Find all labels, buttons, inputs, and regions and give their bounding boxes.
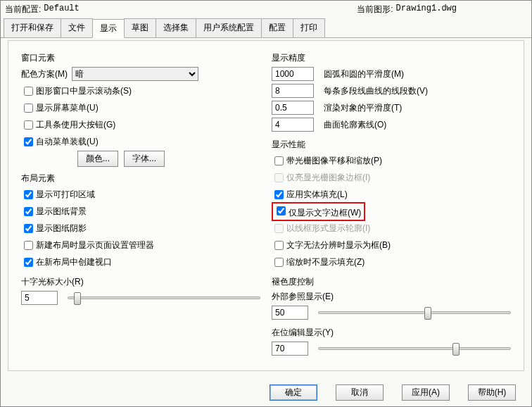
crosshair-slider[interactable] [68,296,260,299]
page-setup-label: 新建布局时显示页面设置管理器 [36,239,154,251]
no-zoom-fill-checkbox[interactable] [274,258,284,267]
raster-pan-checkbox[interactable] [274,156,284,165]
dialog-footer: 确定 取消 应用(A) 帮助(H) [270,384,521,401]
poly-seg-input[interactable] [272,84,314,98]
current-config-label: 当前配置: [5,4,41,15]
xref-fade-slider[interactable] [318,311,511,314]
xref-fade-label: 外部参照显示(E) [272,291,511,303]
group-title: 窗口元素 [21,52,260,64]
group-title: 显示精度 [272,52,511,64]
text-frame-checkbox[interactable] [277,206,286,215]
group-title: 褪色度控制 [272,276,511,288]
apply-button[interactable]: 应用(A) [402,384,450,401]
poly-seg-label: 每条多段线曲线的线段数(V) [324,85,428,97]
auto-menu-label: 自动菜单装载(U) [36,136,99,148]
auto-menu-checkbox[interactable] [24,137,33,146]
tab-drafting[interactable]: 草图 [124,18,156,37]
group-layout-elements: 布局元素 显示可打印区域 显示图纸背景 显示图纸阴影 新建布局时显示页面设置管理… [21,173,260,269]
render-smooth-input[interactable] [272,101,314,115]
color-scheme-label: 配色方案(M) [21,68,68,80]
tab-bar: 打开和保存 文件 显示 草图 选择集 用户系统配置 配置 打印 [1,18,531,38]
big-buttons-label: 工具条使用大按钮(G) [36,119,115,131]
create-viewport-label: 在新布局中创建视口 [36,256,112,268]
printable-area-checkbox[interactable] [24,190,33,199]
tab-open-save[interactable]: 打开和保存 [4,18,61,37]
tab-content-display: 窗口元素 配色方案(M) 暗 图形窗口中显示滚动条(S) 显示屏幕菜单(U) 工… [8,40,524,371]
arc-smooth-label: 圆弧和圆的平滑度(M) [324,68,404,80]
no-resolve-checkbox[interactable] [274,241,284,250]
fonts-button[interactable]: 字体... [124,151,165,167]
raster-pan-label: 带光栅图像平移和缩放(P) [286,155,382,167]
no-zoom-fill-label: 缩放时不显示填充(Z) [286,256,365,268]
solid-fill-label: 应用实体填充(L) [286,189,348,201]
paper-bg-label: 显示图纸背景 [36,206,87,218]
wireframe-checkbox [274,224,284,233]
group-title: 布局元素 [21,173,260,184]
ok-button[interactable]: 确定 [270,384,317,401]
group-display-performance: 显示性能 带光栅图像平移和缩放(P) 仅亮显光栅图象边框(I) 应用实体填充(L… [272,139,511,269]
current-drawing-value: Drawing1.dwg [396,4,457,15]
scrollbars-label: 图形窗口中显示滚动条(S) [36,85,132,97]
group-fade-control: 褪色度控制 外部参照显示(E) 在位编辑显示(Y) [272,276,511,356]
printable-area-label: 显示可打印区域 [36,189,95,201]
right-column: 显示精度 圆弧和圆的平滑度(M) 每条多段线曲线的线段数(V) 渲染对象的平滑度… [266,48,517,363]
tab-files[interactable]: 文件 [61,18,93,37]
tab-selection[interactable]: 选择集 [156,18,196,37]
group-window-elements: 窗口元素 配色方案(M) 暗 图形窗口中显示滚动条(S) 显示屏幕菜单(U) 工… [21,52,260,165]
tab-user-prefs[interactable]: 用户系统配置 [196,18,262,37]
cancel-button[interactable]: 取消 [336,384,384,401]
left-column: 窗口元素 配色方案(M) 暗 图形窗口中显示滚动条(S) 显示屏幕菜单(U) 工… [15,48,266,363]
inplace-fade-input[interactable] [272,342,308,356]
surface-contour-input[interactable] [272,118,314,132]
big-buttons-checkbox[interactable] [24,120,33,130]
color-scheme-combo[interactable]: 暗 [72,67,198,81]
crosshair-title: 十字光标大小(R) [21,276,260,288]
scrollbars-checkbox[interactable] [24,87,33,96]
current-config-value: Default [44,4,79,15]
group-title: 显示性能 [272,139,511,151]
options-dialog: 当前配置: Default 当前图形: Drawing1.dwg 打开和保存 文… [0,0,532,407]
screen-menu-label: 显示屏幕菜单(U) [36,102,99,114]
tab-plot[interactable]: 打印 [293,18,325,37]
inplace-fade-slider[interactable] [318,347,511,350]
tab-profiles[interactable]: 配置 [261,18,293,37]
group-crosshair: 十字光标大小(R) [21,276,260,305]
help-button[interactable]: 帮助(H) [468,384,516,401]
arc-smooth-input[interactable] [272,67,314,81]
colors-button[interactable]: 颜色... [77,151,118,167]
no-resolve-label: 文字无法分辨时显示为框(B) [286,239,391,251]
current-drawing-label: 当前图形: [357,4,393,15]
xref-fade-input[interactable] [272,306,308,320]
paper-bg-checkbox[interactable] [24,207,33,216]
render-smooth-label: 渲染对象的平滑度(T) [324,102,402,114]
text-frame-label: 仅显示文字边框(W) [289,208,361,218]
paper-shadow-label: 显示图纸阴影 [36,223,87,234]
surface-contour-label: 曲面轮廓素线(O) [324,119,386,131]
header-info: 当前配置: Default 当前图形: Drawing1.dwg [1,1,531,18]
page-setup-checkbox[interactable] [24,241,33,250]
wireframe-label: 以线框形式显示轮廓(I) [286,223,370,234]
inplace-fade-label: 在位编辑显示(Y) [272,327,511,339]
paper-shadow-checkbox[interactable] [24,224,33,233]
raster-frame-label: 仅亮显光栅图象边框(I) [286,172,370,184]
solid-fill-checkbox[interactable] [274,190,284,199]
create-viewport-checkbox[interactable] [24,258,33,267]
text-frame-highlight: 仅显示文字边框(W) [272,202,365,221]
crosshair-input[interactable] [21,291,58,305]
raster-frame-checkbox [274,173,284,182]
screen-menu-checkbox[interactable] [24,104,33,113]
group-display-precision: 显示精度 圆弧和圆的平滑度(M) 每条多段线曲线的线段数(V) 渲染对象的平滑度… [272,52,511,132]
tab-display[interactable]: 显示 [92,19,125,38]
